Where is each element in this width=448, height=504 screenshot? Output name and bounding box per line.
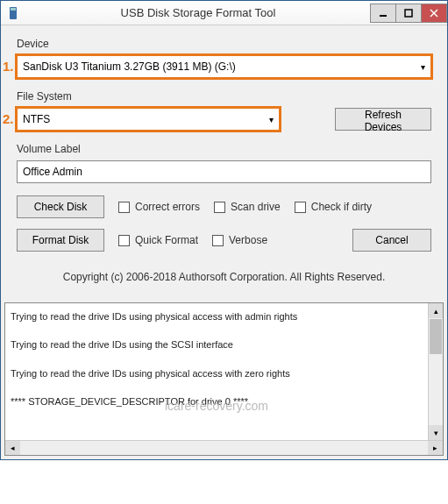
app-window: USB Disk Storage Format Tool Device 1. S…	[0, 0, 448, 460]
scrollbar-thumb[interactable]	[430, 319, 442, 354]
log-line: Trying to read the drive IDs using physi…	[11, 310, 423, 323]
filesystem-select[interactable]: NTFS ▾	[17, 108, 280, 131]
volume-label-input[interactable]	[17, 160, 431, 183]
scan-drive-checkbox[interactable]: Scan drive	[214, 201, 281, 213]
checkbox-label: Correct errors	[135, 201, 200, 213]
device-select-value: SanDisk U3 Titanium 3.27GB (3911 MB) (G:…	[23, 60, 236, 73]
device-label: Device	[17, 38, 431, 50]
scroll-up-arrow-icon[interactable]: ▴	[429, 303, 443, 318]
scroll-left-arrow-icon[interactable]: ◂	[5, 441, 20, 455]
copyright-text: Copyright (c) 2006-2018 Authorsoft Corpo…	[17, 262, 431, 294]
checkbox-icon	[118, 235, 130, 246]
chevron-down-icon: ▾	[421, 62, 425, 72]
filesystem-select-value: NTFS	[23, 113, 50, 125]
checkbox-icon	[118, 202, 130, 213]
quick-format-checkbox[interactable]: Quick Format	[118, 234, 198, 246]
horizontal-scrollbar[interactable]: ◂ ▸	[5, 440, 443, 455]
check-if-dirty-checkbox[interactable]: Check if dirty	[295, 201, 372, 213]
scroll-down-arrow-icon[interactable]: ▾	[429, 425, 443, 440]
checkbox-label: Quick Format	[135, 234, 198, 246]
log-panel: Trying to read the drive IDs using physi…	[4, 302, 444, 456]
checkbox-label: Verbose	[229, 234, 267, 246]
log-line: Trying to read the drive IDs using physi…	[11, 367, 423, 380]
window-buttons	[371, 4, 447, 23]
maximize-button[interactable]	[395, 4, 422, 23]
step-2-annotation: 2.	[3, 111, 14, 126]
checkbox-label: Check if dirty	[311, 201, 372, 213]
device-select[interactable]: SanDisk U3 Titanium 3.27GB (3911 MB) (G:…	[17, 55, 431, 78]
check-disk-button[interactable]: Check Disk	[17, 195, 104, 218]
verbose-checkbox[interactable]: Verbose	[212, 234, 267, 246]
volume-label-label: Volume Label	[17, 143, 431, 155]
chevron-down-icon: ▾	[269, 115, 274, 124]
titlebar: USB Disk Storage Format Tool	[1, 1, 447, 25]
step-1-annotation: 1.	[3, 59, 14, 74]
svg-rect-1	[11, 8, 16, 11]
svg-rect-3	[405, 10, 412, 17]
refresh-devices-button[interactable]: Refresh Devices	[335, 108, 431, 131]
log-line: Trying to read the drive IDs using the S…	[11, 338, 423, 351]
scroll-right-arrow-icon[interactable]: ▸	[428, 441, 443, 455]
content-area: Device 1. SanDisk U3 Titanium 3.27GB (39…	[1, 25, 447, 302]
vertical-scrollbar[interactable]: ▴ ▾	[428, 303, 443, 440]
filesystem-label: File System	[17, 90, 431, 103]
log-textarea[interactable]: Trying to read the drive IDs using physi…	[5, 303, 428, 440]
correct-errors-checkbox[interactable]: Correct errors	[118, 201, 200, 213]
log-line: **** STORAGE_DEVICE_DESCRIPTOR for drive…	[11, 395, 423, 408]
app-icon	[6, 6, 20, 20]
window-title: USB Disk Storage Format Tool	[25, 6, 371, 19]
cancel-button[interactable]: Cancel	[352, 229, 431, 252]
close-button[interactable]	[421, 4, 447, 23]
checkbox-icon	[295, 202, 306, 213]
checkbox-icon	[214, 202, 225, 213]
checkbox-label: Scan drive	[231, 201, 281, 213]
minimize-button[interactable]	[370, 4, 396, 23]
checkbox-icon	[212, 235, 224, 246]
format-disk-button[interactable]: Format Disk	[17, 229, 104, 252]
